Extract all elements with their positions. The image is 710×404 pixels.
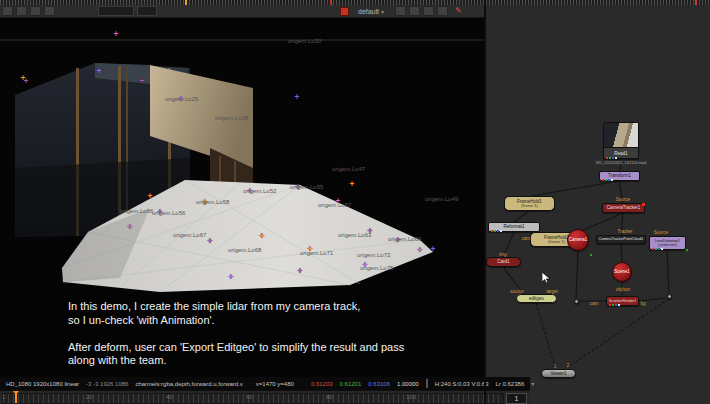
subtitle-line: In this demo, I create the simple lidar … <box>68 300 454 314</box>
annotation-pencil-icon[interactable]: ✎ <box>455 7 462 15</box>
track-marker: + <box>295 93 300 100</box>
port-label: cam <box>590 301 599 306</box>
viewer-toolbar-button[interactable] <box>409 6 420 16</box>
node-editgeo[interactable]: editgeo <box>516 294 557 303</box>
port-label: 2 <box>567 363 570 368</box>
status-green-dot <box>589 253 593 257</box>
format-label: HD_1080 1920x1080 linear <box>6 381 79 387</box>
luminance-label: Lr 0.62386 <box>496 381 525 387</box>
node-label: Scene1 <box>614 269 629 274</box>
point-label: origem.Lo63 <box>338 232 371 238</box>
node-camera1[interactable]: Camera1 <box>567 229 589 251</box>
track-marker: + <box>114 30 119 37</box>
track-marker: + <box>418 246 423 253</box>
green-value: 0.61201 <box>340 381 362 387</box>
viewer-toolbar-button[interactable] <box>44 6 55 16</box>
point-label: origem.Lo49 <box>425 196 458 202</box>
track-marker: + <box>350 180 355 187</box>
status-green-dot <box>685 248 689 252</box>
viewer-info-bar: HD_1080 1920x1080 linear -3 -3 1926 1086… <box>0 377 530 390</box>
node-label: CameraTracker1 <box>607 205 641 210</box>
viewer-gamma-field[interactable] <box>137 6 157 16</box>
port-label: Source <box>616 197 630 202</box>
node-sublabel: (undistort) <box>658 243 677 248</box>
chevron-down-icon[interactable]: ▾ <box>531 380 534 387</box>
point-label: origem.Lo56 <box>152 210 185 216</box>
blue-value: 0.63106 <box>368 381 390 387</box>
point-label: origem.Lo72 <box>357 252 390 258</box>
timeline-tick-label: 60 <box>246 394 253 400</box>
subtitle-overlay: In this demo, I create the simple lidar … <box>60 295 462 371</box>
node-graph[interactable]: VID_20220322_132124.mp4Read1Transform1Ca… <box>486 5 710 404</box>
node-scanlinerender1[interactable]: ScanlineRender1 <box>606 296 639 306</box>
track-marker: + <box>229 273 234 280</box>
mouse-cursor-icon <box>542 272 551 284</box>
track-marker: + <box>97 67 102 74</box>
node-transform1[interactable]: Transform1 <box>599 171 640 181</box>
point-label: origem.Lo75 <box>360 265 393 271</box>
node-dot1[interactable] <box>574 299 579 304</box>
node-label: editgeo <box>529 296 544 301</box>
viewer-gain-field[interactable] <box>98 6 134 16</box>
point-label: origem.Lo57 <box>318 202 351 208</box>
timeline-tick-label: 100 <box>406 394 416 400</box>
node-read1[interactable]: Read1 <box>603 122 639 159</box>
panel-divider[interactable] <box>484 0 486 404</box>
subtitle-line <box>68 327 454 341</box>
port-label: img <box>499 252 506 257</box>
node-reformat1[interactable]: Reformat1 <box>488 222 540 232</box>
node-lensdistortion1[interactable]: LensDistortion1(undistort) <box>649 236 686 250</box>
port-label: cam <box>522 236 531 241</box>
color-swatch <box>426 379 428 388</box>
error-indicator <box>642 203 645 206</box>
read-filename: VID_20220322_132124.mp4 <box>576 160 666 165</box>
node-scene1[interactable]: Scene1 <box>612 262 632 282</box>
viewer-toolbar-button[interactable] <box>30 6 41 16</box>
viewer-toolbar-button[interactable] <box>423 6 434 16</box>
subtitle-line: so I un-check 'with Animation'. <box>68 314 454 328</box>
timeline-tick-label: 80 <box>326 394 333 400</box>
channels-label: channels:rgba,depth,forward.u,forward.v <box>135 381 242 387</box>
subtitle-line: After deform, user can 'Export Editgeo' … <box>68 341 454 355</box>
node-sublabel: (frame 1) <box>548 240 565 245</box>
track-marker: + <box>24 77 29 84</box>
point-label: origem.Lo25 <box>165 96 198 102</box>
port-label: 1 <box>554 364 557 369</box>
channel-dots <box>491 230 502 232</box>
point-label: origem.Lo69 <box>388 236 421 242</box>
bbox-label: -3 -3 1926 1086 <box>86 381 128 387</box>
point-label: origem.Lo52 <box>243 188 276 194</box>
viewer-toolbar-button[interactable] <box>395 6 406 16</box>
hsv-label: H:240 S:0.03 V:0.63 <box>435 381 489 387</box>
viewer-preset-label: default <box>358 8 379 15</box>
alpha-value: 1.00000 <box>397 381 419 387</box>
node-label: CameraTrackerPointCloud1 <box>599 237 643 241</box>
node-pointcloud1[interactable]: CameraTrackerPointCloud1 <box>596 235 646 244</box>
port-label: bg <box>640 301 645 306</box>
node-label: ScanlineRender1 <box>609 299 637 303</box>
channel-dots <box>602 179 613 181</box>
node-framehold1[interactable]: FrameHold1(frame 1) <box>504 196 555 211</box>
point-label: origem.Lo71 <box>300 250 333 256</box>
node-sublabel: (frame 1) <box>521 204 538 209</box>
timeline-playhead[interactable] <box>15 392 17 403</box>
viewer-preset-dropdown[interactable]: default ▾ <box>358 8 384 15</box>
viewer-toolbar-button[interactable] <box>437 6 448 16</box>
track-marker: + <box>140 77 145 84</box>
channel-dots <box>606 157 617 159</box>
node-card1[interactable]: Card1 <box>486 257 521 267</box>
viewer-toolbar-button[interactable] <box>16 6 27 16</box>
track-marker: + <box>431 245 436 252</box>
node-viewer1[interactable]: Viewer1 <box>541 369 576 378</box>
node-cameratracker1[interactable]: CameraTracker1 <box>602 203 645 213</box>
track-marker: + <box>298 267 303 274</box>
port-label: obj/scn <box>616 287 630 292</box>
current-frame-field[interactable]: 1 <box>506 393 527 404</box>
toolbar-red-button[interactable] <box>340 7 349 16</box>
point-label: origem.Lo68 <box>228 247 261 253</box>
timeline-start-label: 1 <box>2 394 5 400</box>
timeline-ruler[interactable] <box>2 393 504 404</box>
node-dot2[interactable] <box>667 294 672 299</box>
viewer-toolbar-button[interactable] <box>2 6 13 16</box>
port-label: target <box>546 289 558 294</box>
